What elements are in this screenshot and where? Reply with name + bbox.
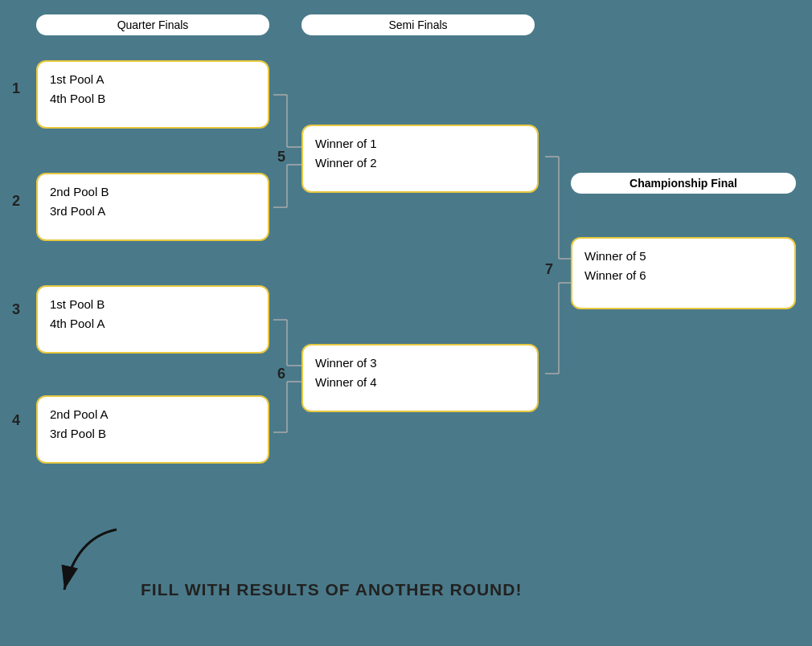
match-1-box: 1st Pool A 4th Pool B bbox=[36, 60, 269, 129]
match-7-box: Winner of 5 Winner of 6 bbox=[571, 237, 796, 309]
match-3-box: 1st Pool B 4th Pool A bbox=[36, 285, 269, 354]
match-2-num: 2 bbox=[12, 193, 20, 210]
bottom-fill-text: FILL with results of Another ROund! bbox=[141, 580, 522, 599]
match-5-line2: Winner of 2 bbox=[315, 153, 525, 173]
match-4-line1: 2nd Pool A bbox=[50, 405, 256, 424]
match-7-line1: Winner of 5 bbox=[584, 247, 782, 266]
match-5-num: 5 bbox=[277, 149, 285, 166]
match-2-box: 2nd Pool B 3rd Pool A bbox=[36, 173, 269, 241]
semi-finals-label: Semi Finals bbox=[301, 14, 535, 35]
match-4-box: 2nd Pool A 3rd Pool B bbox=[36, 395, 269, 464]
quarter-finals-label: Quarter Finals bbox=[36, 14, 269, 35]
match-6-line1: Winner of 3 bbox=[315, 354, 525, 373]
match-6-box: Winner of 3 Winner of 4 bbox=[301, 344, 539, 412]
match-7-line2: Winner of 6 bbox=[584, 266, 782, 285]
bracket-container: Quarter Finals Semi Finals 1 1st Pool A … bbox=[0, 0, 812, 646]
match-1-line1: 1st Pool A bbox=[50, 70, 256, 89]
match-2-line1: 2nd Pool B bbox=[50, 182, 256, 202]
match-5-box: Winner of 1 Winner of 2 bbox=[301, 125, 539, 193]
match-4-line2: 3rd Pool B bbox=[50, 424, 256, 444]
championship-label: Championship Final bbox=[571, 173, 796, 194]
match-5-line1: Winner of 1 bbox=[315, 134, 525, 153]
match-6-num: 6 bbox=[277, 366, 285, 382]
match-3-num: 3 bbox=[12, 301, 20, 318]
arrow-svg bbox=[44, 521, 141, 602]
match-2-line2: 3rd Pool A bbox=[50, 202, 256, 221]
match-6-line2: Winner of 4 bbox=[315, 373, 525, 392]
match-4-num: 4 bbox=[12, 412, 20, 429]
match-3-line1: 1st Pool B bbox=[50, 295, 256, 314]
match-1-num: 1 bbox=[12, 80, 20, 97]
match-3-line2: 4th Pool A bbox=[50, 314, 256, 333]
match-1-line2: 4th Pool B bbox=[50, 89, 256, 108]
match-7-num: 7 bbox=[545, 261, 553, 278]
